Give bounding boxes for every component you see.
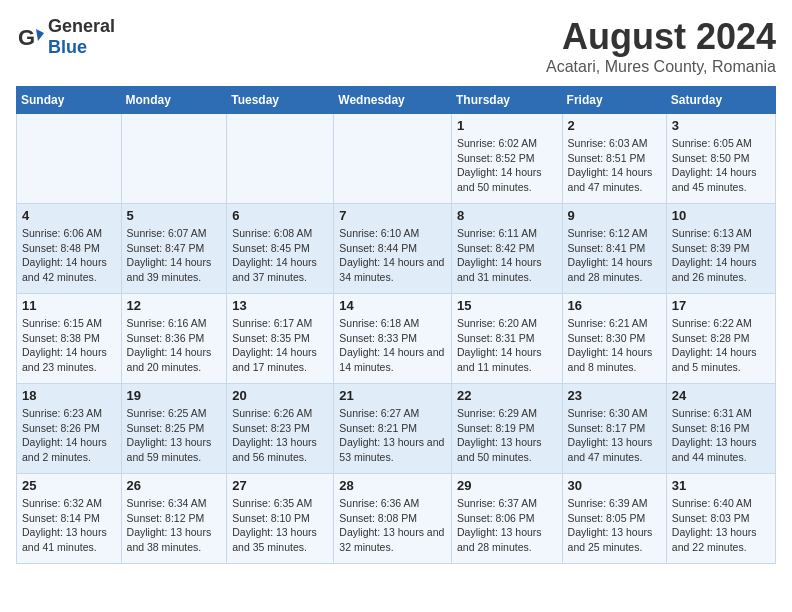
day-info: Sunrise: 6:23 AM Sunset: 8:26 PM Dayligh… <box>22 406 116 465</box>
calendar-cell: 11Sunrise: 6:15 AM Sunset: 8:38 PM Dayli… <box>17 294 122 384</box>
day-number: 15 <box>457 298 557 313</box>
calendar-week-row: 11Sunrise: 6:15 AM Sunset: 8:38 PM Dayli… <box>17 294 776 384</box>
day-number: 21 <box>339 388 446 403</box>
day-info: Sunrise: 6:02 AM Sunset: 8:52 PM Dayligh… <box>457 136 557 195</box>
day-info: Sunrise: 6:06 AM Sunset: 8:48 PM Dayligh… <box>22 226 116 285</box>
logo-general-text: General <box>48 16 115 36</box>
calendar-cell: 18Sunrise: 6:23 AM Sunset: 8:26 PM Dayli… <box>17 384 122 474</box>
svg-marker-1 <box>36 29 44 41</box>
weekday-header: Monday <box>121 87 227 114</box>
day-info: Sunrise: 6:03 AM Sunset: 8:51 PM Dayligh… <box>568 136 661 195</box>
calendar-cell: 1Sunrise: 6:02 AM Sunset: 8:52 PM Daylig… <box>451 114 562 204</box>
calendar-cell: 12Sunrise: 6:16 AM Sunset: 8:36 PM Dayli… <box>121 294 227 384</box>
calendar-cell: 15Sunrise: 6:20 AM Sunset: 8:31 PM Dayli… <box>451 294 562 384</box>
day-info: Sunrise: 6:12 AM Sunset: 8:41 PM Dayligh… <box>568 226 661 285</box>
calendar-cell: 17Sunrise: 6:22 AM Sunset: 8:28 PM Dayli… <box>666 294 775 384</box>
day-info: Sunrise: 6:20 AM Sunset: 8:31 PM Dayligh… <box>457 316 557 375</box>
day-info: Sunrise: 6:05 AM Sunset: 8:50 PM Dayligh… <box>672 136 770 195</box>
day-number: 9 <box>568 208 661 223</box>
weekday-header: Tuesday <box>227 87 334 114</box>
calendar-cell: 20Sunrise: 6:26 AM Sunset: 8:23 PM Dayli… <box>227 384 334 474</box>
calendar-cell <box>121 114 227 204</box>
calendar-table: SundayMondayTuesdayWednesdayThursdayFrid… <box>16 86 776 564</box>
weekday-header: Friday <box>562 87 666 114</box>
day-number: 28 <box>339 478 446 493</box>
calendar-cell: 9Sunrise: 6:12 AM Sunset: 8:41 PM Daylig… <box>562 204 666 294</box>
day-info: Sunrise: 6:29 AM Sunset: 8:19 PM Dayligh… <box>457 406 557 465</box>
day-info: Sunrise: 6:16 AM Sunset: 8:36 PM Dayligh… <box>127 316 222 375</box>
day-number: 30 <box>568 478 661 493</box>
calendar-cell: 6Sunrise: 6:08 AM Sunset: 8:45 PM Daylig… <box>227 204 334 294</box>
day-info: Sunrise: 6:36 AM Sunset: 8:08 PM Dayligh… <box>339 496 446 555</box>
calendar-cell: 2Sunrise: 6:03 AM Sunset: 8:51 PM Daylig… <box>562 114 666 204</box>
day-number: 18 <box>22 388 116 403</box>
day-number: 17 <box>672 298 770 313</box>
title-area: August 2024 Acatari, Mures County, Roman… <box>546 16 776 76</box>
calendar-cell: 25Sunrise: 6:32 AM Sunset: 8:14 PM Dayli… <box>17 474 122 564</box>
day-number: 20 <box>232 388 328 403</box>
svg-text:G: G <box>18 25 35 50</box>
calendar-cell: 8Sunrise: 6:11 AM Sunset: 8:42 PM Daylig… <box>451 204 562 294</box>
day-number: 6 <box>232 208 328 223</box>
day-info: Sunrise: 6:10 AM Sunset: 8:44 PM Dayligh… <box>339 226 446 285</box>
day-number: 3 <box>672 118 770 133</box>
weekday-header: Sunday <box>17 87 122 114</box>
day-number: 13 <box>232 298 328 313</box>
calendar-week-row: 4Sunrise: 6:06 AM Sunset: 8:48 PM Daylig… <box>17 204 776 294</box>
day-number: 23 <box>568 388 661 403</box>
calendar-cell: 21Sunrise: 6:27 AM Sunset: 8:21 PM Dayli… <box>334 384 452 474</box>
day-number: 12 <box>127 298 222 313</box>
calendar-cell: 7Sunrise: 6:10 AM Sunset: 8:44 PM Daylig… <box>334 204 452 294</box>
calendar-cell: 5Sunrise: 6:07 AM Sunset: 8:47 PM Daylig… <box>121 204 227 294</box>
day-number: 11 <box>22 298 116 313</box>
logo-icon: G <box>16 23 44 51</box>
header: G General Blue August 2024 Acatari, Mure… <box>16 16 776 76</box>
calendar-cell: 24Sunrise: 6:31 AM Sunset: 8:16 PM Dayli… <box>666 384 775 474</box>
day-number: 19 <box>127 388 222 403</box>
day-info: Sunrise: 6:15 AM Sunset: 8:38 PM Dayligh… <box>22 316 116 375</box>
calendar-cell: 14Sunrise: 6:18 AM Sunset: 8:33 PM Dayli… <box>334 294 452 384</box>
day-number: 25 <box>22 478 116 493</box>
day-info: Sunrise: 6:39 AM Sunset: 8:05 PM Dayligh… <box>568 496 661 555</box>
calendar-cell: 13Sunrise: 6:17 AM Sunset: 8:35 PM Dayli… <box>227 294 334 384</box>
calendar-week-row: 25Sunrise: 6:32 AM Sunset: 8:14 PM Dayli… <box>17 474 776 564</box>
day-number: 14 <box>339 298 446 313</box>
calendar-cell: 29Sunrise: 6:37 AM Sunset: 8:06 PM Dayli… <box>451 474 562 564</box>
day-number: 2 <box>568 118 661 133</box>
page-subtitle: Acatari, Mures County, Romania <box>546 58 776 76</box>
calendar-cell: 10Sunrise: 6:13 AM Sunset: 8:39 PM Dayli… <box>666 204 775 294</box>
day-info: Sunrise: 6:21 AM Sunset: 8:30 PM Dayligh… <box>568 316 661 375</box>
calendar-cell: 4Sunrise: 6:06 AM Sunset: 8:48 PM Daylig… <box>17 204 122 294</box>
day-info: Sunrise: 6:34 AM Sunset: 8:12 PM Dayligh… <box>127 496 222 555</box>
day-info: Sunrise: 6:27 AM Sunset: 8:21 PM Dayligh… <box>339 406 446 465</box>
day-number: 5 <box>127 208 222 223</box>
calendar-body: 1Sunrise: 6:02 AM Sunset: 8:52 PM Daylig… <box>17 114 776 564</box>
day-info: Sunrise: 6:31 AM Sunset: 8:16 PM Dayligh… <box>672 406 770 465</box>
weekday-header: Saturday <box>666 87 775 114</box>
day-info: Sunrise: 6:40 AM Sunset: 8:03 PM Dayligh… <box>672 496 770 555</box>
day-info: Sunrise: 6:37 AM Sunset: 8:06 PM Dayligh… <box>457 496 557 555</box>
day-number: 27 <box>232 478 328 493</box>
calendar-cell: 27Sunrise: 6:35 AM Sunset: 8:10 PM Dayli… <box>227 474 334 564</box>
day-info: Sunrise: 6:18 AM Sunset: 8:33 PM Dayligh… <box>339 316 446 375</box>
day-number: 16 <box>568 298 661 313</box>
day-info: Sunrise: 6:35 AM Sunset: 8:10 PM Dayligh… <box>232 496 328 555</box>
calendar-cell: 3Sunrise: 6:05 AM Sunset: 8:50 PM Daylig… <box>666 114 775 204</box>
day-info: Sunrise: 6:17 AM Sunset: 8:35 PM Dayligh… <box>232 316 328 375</box>
day-number: 31 <box>672 478 770 493</box>
day-number: 24 <box>672 388 770 403</box>
calendar-cell: 23Sunrise: 6:30 AM Sunset: 8:17 PM Dayli… <box>562 384 666 474</box>
calendar-week-row: 18Sunrise: 6:23 AM Sunset: 8:26 PM Dayli… <box>17 384 776 474</box>
day-info: Sunrise: 6:25 AM Sunset: 8:25 PM Dayligh… <box>127 406 222 465</box>
calendar-cell: 19Sunrise: 6:25 AM Sunset: 8:25 PM Dayli… <box>121 384 227 474</box>
calendar-cell: 30Sunrise: 6:39 AM Sunset: 8:05 PM Dayli… <box>562 474 666 564</box>
day-info: Sunrise: 6:30 AM Sunset: 8:17 PM Dayligh… <box>568 406 661 465</box>
calendar-cell: 16Sunrise: 6:21 AM Sunset: 8:30 PM Dayli… <box>562 294 666 384</box>
day-info: Sunrise: 6:26 AM Sunset: 8:23 PM Dayligh… <box>232 406 328 465</box>
calendar-cell: 22Sunrise: 6:29 AM Sunset: 8:19 PM Dayli… <box>451 384 562 474</box>
day-info: Sunrise: 6:22 AM Sunset: 8:28 PM Dayligh… <box>672 316 770 375</box>
logo-blue-text: Blue <box>48 37 87 57</box>
day-number: 22 <box>457 388 557 403</box>
calendar-cell: 28Sunrise: 6:36 AM Sunset: 8:08 PM Dayli… <box>334 474 452 564</box>
day-info: Sunrise: 6:32 AM Sunset: 8:14 PM Dayligh… <box>22 496 116 555</box>
